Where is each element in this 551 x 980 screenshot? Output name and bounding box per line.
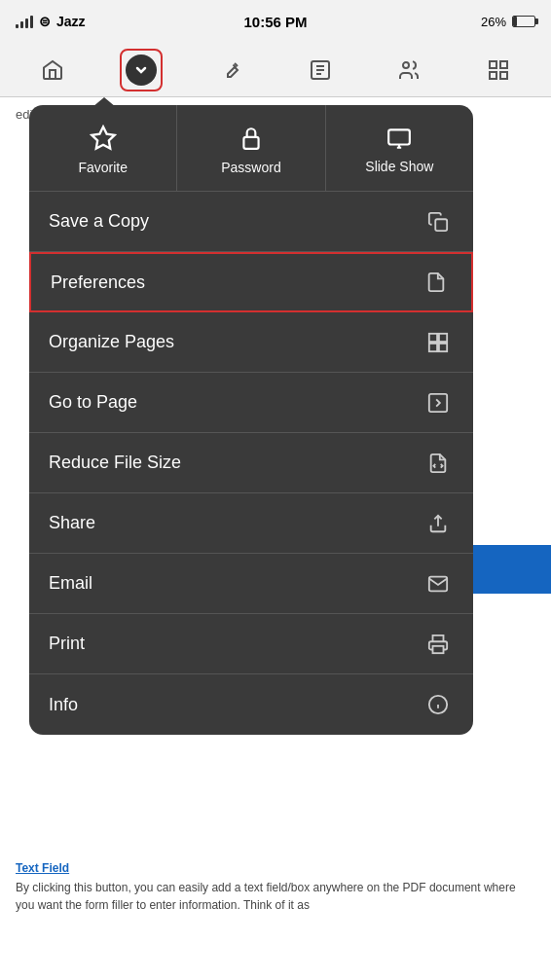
email-button[interactable]: Email [29, 554, 473, 614]
organize-icon [422, 327, 454, 358]
reduce-file-size-label: Reduce File Size [49, 453, 181, 473]
svg-rect-10 [429, 333, 437, 341]
favorite-label: Favorite [78, 160, 128, 175]
bottom-body: By clicking this button, you can easily … [16, 879, 535, 914]
svg-rect-4 [490, 72, 496, 79]
reduce-file-size-button[interactable]: Reduce File Size [29, 433, 473, 493]
pen-button[interactable] [209, 49, 252, 91]
chevron-circle [126, 54, 157, 86]
bottom-content: Text Field By clicking this button, you … [0, 853, 551, 980]
compress-icon [422, 448, 454, 479]
go-to-page-label: Go to Page [49, 392, 137, 413]
svg-rect-3 [500, 61, 507, 68]
email-label: Email [49, 573, 92, 594]
organize-pages-label: Organize Pages [49, 332, 174, 352]
bottom-label: Text Field [16, 861, 535, 875]
status-time: 10:56 PM [243, 14, 307, 30]
svg-rect-7 [243, 137, 258, 149]
svg-rect-15 [433, 645, 444, 652]
dropdown-arrow [92, 97, 116, 107]
print-label: Print [49, 634, 85, 654]
print-button[interactable]: Print [29, 614, 473, 674]
grid-button[interactable] [477, 49, 520, 91]
status-battery: 26% [481, 15, 535, 29]
save-copy-label: Save a Copy [49, 211, 149, 232]
wifi-icon: ⊜ [39, 14, 51, 29]
preferences-button[interactable]: Preferences [29, 252, 473, 312]
people-button[interactable] [387, 49, 430, 91]
dropdown-menu: Favorite Password Slide Show Save a Copy [29, 105, 473, 735]
top-toolbar [0, 43, 551, 97]
copy-icon [422, 206, 454, 237]
slideshow-label: Slide Show [365, 159, 433, 174]
status-bar: ⊜ Jazz 10:56 PM 26% [0, 0, 551, 43]
right-sidebar-blue [471, 545, 551, 594]
text-edit-button[interactable] [299, 49, 342, 91]
svg-rect-12 [429, 343, 437, 350]
svg-rect-9 [435, 219, 447, 231]
share-label: Share [49, 513, 95, 533]
password-label: Password [221, 160, 280, 175]
password-button[interactable]: Password [177, 105, 325, 191]
preferences-label: Preferences [51, 272, 145, 293]
info-label: Info [49, 695, 78, 715]
slideshow-button[interactable]: Slide Show [326, 105, 473, 191]
battery-icon [512, 16, 535, 27]
favorite-button[interactable]: Favorite [29, 105, 177, 191]
home-button[interactable] [31, 49, 74, 91]
signal-icon [16, 15, 33, 28]
chevron-down-button[interactable] [120, 49, 163, 91]
menu-top-section: Favorite Password Slide Show [29, 105, 473, 192]
svg-point-1 [403, 62, 409, 68]
svg-rect-2 [490, 61, 496, 68]
svg-rect-11 [439, 333, 447, 341]
svg-marker-6 [92, 127, 114, 148]
svg-rect-14 [429, 393, 447, 411]
carrier-label: Jazz [56, 14, 86, 29]
arrow-right-icon [422, 387, 454, 418]
go-to-page-button[interactable]: Go to Page [29, 373, 473, 433]
info-button[interactable]: Info [29, 674, 473, 735]
share-button[interactable]: Share [29, 493, 473, 554]
battery-percent: 26% [481, 15, 506, 29]
svg-rect-13 [439, 343, 447, 350]
svg-rect-5 [500, 72, 507, 79]
save-copy-button[interactable]: Save a Copy [29, 192, 473, 252]
print-icon [422, 629, 454, 660]
email-icon [422, 568, 454, 599]
info-icon [422, 689, 454, 720]
organize-pages-button[interactable]: Organize Pages [29, 312, 473, 373]
share-icon [422, 508, 454, 539]
svg-rect-8 [388, 129, 410, 144]
status-carrier: ⊜ Jazz [16, 14, 86, 29]
document-icon [421, 267, 452, 298]
